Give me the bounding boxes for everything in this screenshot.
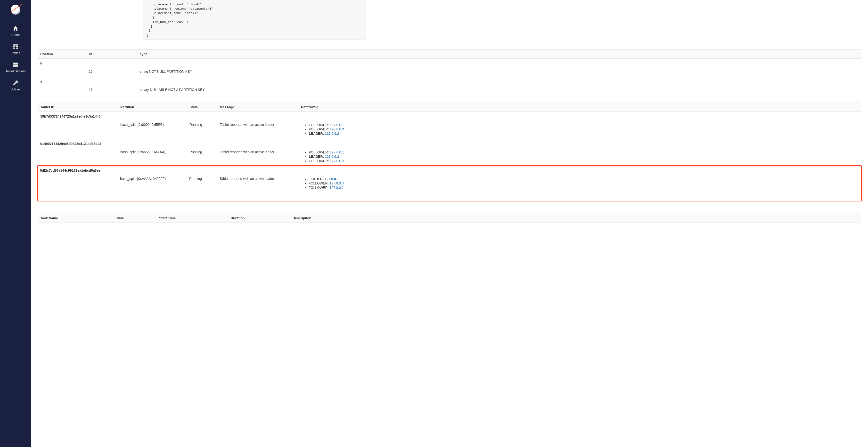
raft-role: FOLLOWER: [309,181,330,185]
tasks-header-name: Task Name [38,213,114,223]
tablet-message: Tablet reported with an active leader [218,173,299,194]
raft-ip-link[interactable]: 127.0.0.3 [330,181,343,185]
column-name: k [38,59,861,66]
tablet-row: hash_split: [0xAAAA, 0xFFFF)RunningTable… [38,173,861,194]
columns-header-id: ID [87,49,138,59]
tablets-table: Tablet ID Partition State Message RaftCo… [38,103,861,206]
raft-ip-link[interactable]: 127.0.0.1 [324,177,339,181]
raft-member: FOLLOWER: 127.0.0.3 [309,127,859,131]
tablets-header-raft: RaftConfig [299,103,861,112]
raft-member: FOLLOWER: 127.0.0.1 [309,123,859,127]
tasks-header-state: State [114,213,157,223]
raft-role: FOLLOWER: [309,127,330,131]
sidebar: Home Tables Tablet Servers Utilities [0,0,31,447]
tablet-id: 0149071638294c5d9328c4121ad33d23 [38,139,861,147]
tablet-state: Running [187,173,218,194]
sidebar-item-label: Home [11,33,20,37]
column-row: 10string NOT NULL PARTITION KEY [38,66,861,77]
tablets-header-partition: Partition [118,103,188,112]
column-type: binary NULLABLE NOT A PARTITION KEY [138,84,861,95]
tasks-header-description: Description [291,213,861,223]
tablets-header-state: State [188,103,218,112]
tablet-id: 0df2c7cd87a844c99172ea1ebcd0a3ee [38,166,861,173]
table-icon [12,43,19,50]
tablet-id: 59b7d53724944725a1e3edfe9c5a1440 [38,112,861,119]
raft-member: LEADER: 127.0.0.2 [309,131,859,136]
raft-role: FOLLOWER: [309,123,330,127]
tablet-raft-config: FOLLOWER: 127.0.0.1FOLLOWER: 127.0.0.3LE… [299,119,861,139]
tablet-row: hash_split: [0x0000, 0x5555)RunningTable… [38,119,861,139]
tablet-state: Running [188,147,218,167]
highlighted-tablet: 0df2c7cd87a844c99172ea1ebcd0a3eehash_spl… [37,165,862,201]
raft-ip-link[interactable]: 127.0.0.1 [330,150,344,154]
columns-table: Column ID Type k10string NOT NULL PARTIT… [38,49,861,95]
tablet-partition: hash_split: [0x5555, 0xAAAA) [118,147,188,167]
raft-member: FOLLOWER: 127.0.0.2 [309,185,859,190]
raft-role: LEADER: [309,177,324,181]
replication-config-code: placement_cloud: "cloud1" placement_regi… [143,0,366,40]
tasks-header-duration: Duration [229,213,291,223]
raft-member: LEADER: 127.0.0.3 [309,154,859,159]
home-icon [12,25,19,32]
columns-header-type: Type [138,49,861,59]
tablet-row: hash_split: [0x5555, 0xAAAA)RunningTable… [38,147,861,167]
raft-ip-link[interactable]: 127.0.0.1 [330,123,344,127]
tablet-partition: hash_split: [0x0000, 0x5555) [118,119,188,139]
columns-header-column: Column [38,49,87,59]
raft-role: LEADER: [309,132,325,136]
sidebar-item-label: Tablet Servers [5,69,26,73]
raft-role: FOLLOWER: [309,159,330,163]
tablet-message: Tablet reported with an active leader [218,119,299,139]
column-row: 11binary NULLABLE NOT A PARTITION KEY [38,84,861,95]
sidebar-item-tables[interactable]: Tables [0,40,31,58]
sidebar-item-tablet-servers[interactable]: Tablet Servers [0,58,31,76]
raft-ip-link[interactable]: 127.0.0.2 [330,159,344,163]
column-type: string NOT NULL PARTITION KEY [138,66,861,77]
sidebar-item-utilities[interactable]: Utilities [0,76,31,95]
column-name: v [38,77,861,84]
sidebar-item-label: Tables [11,51,20,55]
tablets-header-message: Message [218,103,299,112]
wrench-icon [12,80,19,86]
tablet-raft-config: FOLLOWER: 127.0.0.1LEADER: 127.0.0.3FOLL… [299,147,861,167]
tablet-partition: hash_split: [0xAAAA, 0xFFFF) [118,173,187,194]
column-id: 11 [87,84,138,95]
main-content: placement_cloud: "cloud1" placement_regi… [31,0,868,447]
tasks-table: Task Name State Start Time Duration Desc… [38,213,861,223]
raft-member: LEADER: 127.0.0.1 [309,177,859,181]
server-icon [12,62,19,68]
raft-member: FOLLOWER: 127.0.0.3 [309,181,859,185]
column-id: 10 [87,66,138,77]
raft-member: FOLLOWER: 127.0.0.1 [309,150,859,154]
tablet-raft-config: LEADER: 127.0.0.1FOLLOWER: 127.0.0.3FOLL… [299,173,861,194]
raft-ip-link[interactable]: 127.0.0.3 [325,154,339,159]
logo-icon [11,5,20,14]
tablet-message: Tablet reported with an active leader [218,147,299,167]
sidebar-item-home[interactable]: Home [0,22,31,40]
raft-role: LEADER: [309,154,325,159]
raft-ip-link[interactable]: 127.0.0.3 [330,127,344,131]
raft-member: FOLLOWER: 127.0.0.2 [309,159,859,163]
sidebar-item-label: Utilities [10,88,21,91]
tablets-header-id: Tablet ID [38,103,118,112]
tablet-state: Running [188,119,218,139]
raft-ip-link[interactable]: 127.0.0.2 [325,132,339,136]
raft-role: FOLLOWER: [309,150,330,154]
raft-ip-link[interactable]: 127.0.0.2 [330,186,343,190]
raft-role: FOLLOWER: [309,186,330,190]
tasks-header-start: Start Time [157,213,229,223]
